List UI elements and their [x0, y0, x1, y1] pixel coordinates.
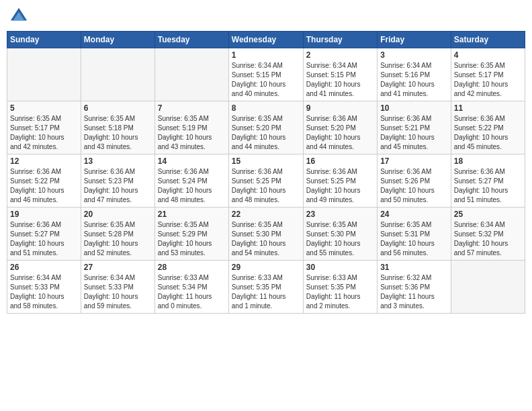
- calendar-week-row: 5Sunrise: 6:35 AM Sunset: 5:17 PM Daylig…: [7, 101, 525, 154]
- day-number: 4: [454, 50, 522, 60]
- calendar-cell: [81, 48, 154, 101]
- day-info: Sunrise: 6:35 AM Sunset: 5:20 PM Dayligh…: [232, 114, 300, 152]
- day-number: 26: [10, 263, 78, 272]
- day-info: Sunrise: 6:34 AM Sunset: 5:15 PM Dayligh…: [306, 61, 374, 99]
- day-number: 5: [10, 103, 78, 113]
- day-info: Sunrise: 6:35 AM Sunset: 5:17 PM Dayligh…: [454, 61, 522, 99]
- calendar-cell: 12Sunrise: 6:36 AM Sunset: 5:22 PM Dayli…: [7, 154, 81, 208]
- day-number: 8: [232, 103, 300, 113]
- day-info: Sunrise: 6:36 AM Sunset: 5:21 PM Dayligh…: [380, 114, 448, 152]
- weekday-header: Tuesday: [154, 32, 228, 48]
- calendar-cell: 22Sunrise: 6:35 AM Sunset: 5:30 PM Dayli…: [228, 208, 303, 261]
- day-number: 3: [380, 50, 448, 60]
- calendar-cell: 20Sunrise: 6:35 AM Sunset: 5:28 PM Dayli…: [81, 208, 154, 261]
- calendar-cell: 25Sunrise: 6:34 AM Sunset: 5:32 PM Dayli…: [451, 208, 525, 261]
- calendar-cell: 7Sunrise: 6:35 AM Sunset: 5:19 PM Daylig…: [154, 101, 228, 154]
- calendar-cell: 19Sunrise: 6:36 AM Sunset: 5:27 PM Dayli…: [7, 208, 81, 261]
- day-number: 9: [306, 103, 374, 113]
- page-header: [7, 7, 525, 26]
- day-info: Sunrise: 6:34 AM Sunset: 5:15 PM Dayligh…: [232, 61, 300, 99]
- calendar-cell: [154, 48, 228, 101]
- calendar-cell: 2Sunrise: 6:34 AM Sunset: 5:15 PM Daylig…: [303, 48, 377, 101]
- day-info: Sunrise: 6:36 AM Sunset: 5:23 PM Dayligh…: [84, 167, 152, 205]
- calendar-cell: 9Sunrise: 6:36 AM Sunset: 5:20 PM Daylig…: [303, 101, 377, 154]
- day-info: Sunrise: 6:32 AM Sunset: 5:36 PM Dayligh…: [380, 273, 448, 311]
- weekday-header: Monday: [81, 32, 154, 48]
- calendar-cell: 14Sunrise: 6:36 AM Sunset: 5:24 PM Dayli…: [154, 154, 228, 208]
- weekday-header: Thursday: [303, 32, 377, 48]
- day-number: 27: [84, 263, 152, 272]
- day-info: Sunrise: 6:35 AM Sunset: 5:30 PM Dayligh…: [306, 220, 374, 258]
- calendar-week-row: 12Sunrise: 6:36 AM Sunset: 5:22 PM Dayli…: [7, 154, 525, 208]
- day-number: 2: [306, 50, 374, 60]
- day-number: 14: [158, 156, 226, 166]
- day-number: 15: [232, 156, 300, 166]
- calendar-cell: 17Sunrise: 6:36 AM Sunset: 5:26 PM Dayli…: [378, 154, 451, 208]
- day-number: 31: [380, 263, 448, 272]
- day-info: Sunrise: 6:35 AM Sunset: 5:30 PM Dayligh…: [232, 220, 300, 258]
- day-number: 30: [306, 263, 374, 272]
- day-number: 25: [454, 210, 522, 219]
- calendar-cell: 16Sunrise: 6:36 AM Sunset: 5:25 PM Dayli…: [303, 154, 377, 208]
- day-info: Sunrise: 6:35 AM Sunset: 5:18 PM Dayligh…: [84, 114, 152, 152]
- calendar-cell: 11Sunrise: 6:36 AM Sunset: 5:22 PM Dayli…: [451, 101, 525, 154]
- day-info: Sunrise: 6:33 AM Sunset: 5:35 PM Dayligh…: [306, 273, 374, 311]
- day-info: Sunrise: 6:36 AM Sunset: 5:26 PM Dayligh…: [380, 167, 448, 205]
- calendar-cell: 30Sunrise: 6:33 AM Sunset: 5:35 PM Dayli…: [303, 261, 377, 314]
- calendar-cell: 8Sunrise: 6:35 AM Sunset: 5:20 PM Daylig…: [228, 101, 303, 154]
- day-info: Sunrise: 6:35 AM Sunset: 5:28 PM Dayligh…: [84, 220, 152, 258]
- day-info: Sunrise: 6:36 AM Sunset: 5:25 PM Dayligh…: [232, 167, 300, 205]
- calendar-cell: [451, 261, 525, 314]
- day-number: 7: [158, 103, 226, 113]
- calendar-cell: 13Sunrise: 6:36 AM Sunset: 5:23 PM Dayli…: [81, 154, 154, 208]
- day-number: 21: [158, 210, 226, 219]
- day-number: 10: [380, 103, 448, 113]
- calendar-cell: 29Sunrise: 6:33 AM Sunset: 5:35 PM Dayli…: [228, 261, 303, 314]
- calendar-cell: 31Sunrise: 6:32 AM Sunset: 5:36 PM Dayli…: [378, 261, 451, 314]
- day-number: 13: [84, 156, 152, 166]
- day-info: Sunrise: 6:36 AM Sunset: 5:24 PM Dayligh…: [158, 167, 226, 205]
- day-number: 17: [380, 156, 448, 166]
- day-info: Sunrise: 6:34 AM Sunset: 5:32 PM Dayligh…: [454, 220, 522, 258]
- calendar-cell: 21Sunrise: 6:35 AM Sunset: 5:29 PM Dayli…: [154, 208, 228, 261]
- day-info: Sunrise: 6:34 AM Sunset: 5:33 PM Dayligh…: [84, 273, 152, 311]
- calendar-cell: 26Sunrise: 6:34 AM Sunset: 5:33 PM Dayli…: [7, 261, 81, 314]
- calendar-week-row: 26Sunrise: 6:34 AM Sunset: 5:33 PM Dayli…: [7, 261, 525, 314]
- day-number: 28: [158, 263, 226, 272]
- calendar-cell: 10Sunrise: 6:36 AM Sunset: 5:21 PM Dayli…: [378, 101, 451, 154]
- logo-icon: [9, 7, 28, 26]
- day-info: Sunrise: 6:33 AM Sunset: 5:35 PM Dayligh…: [232, 273, 300, 311]
- day-info: Sunrise: 6:36 AM Sunset: 5:25 PM Dayligh…: [306, 167, 374, 205]
- day-info: Sunrise: 6:35 AM Sunset: 5:19 PM Dayligh…: [158, 114, 226, 152]
- calendar-cell: 5Sunrise: 6:35 AM Sunset: 5:17 PM Daylig…: [7, 101, 81, 154]
- day-info: Sunrise: 6:34 AM Sunset: 5:33 PM Dayligh…: [10, 273, 78, 311]
- calendar-cell: 3Sunrise: 6:34 AM Sunset: 5:16 PM Daylig…: [378, 48, 451, 101]
- day-info: Sunrise: 6:36 AM Sunset: 5:22 PM Dayligh…: [10, 167, 78, 205]
- calendar-cell: 27Sunrise: 6:34 AM Sunset: 5:33 PM Dayli…: [81, 261, 154, 314]
- day-info: Sunrise: 6:35 AM Sunset: 5:29 PM Dayligh…: [158, 220, 226, 258]
- calendar-week-row: 19Sunrise: 6:36 AM Sunset: 5:27 PM Dayli…: [7, 208, 525, 261]
- logo: [9, 7, 31, 26]
- day-number: 1: [232, 50, 300, 60]
- weekday-header: Saturday: [451, 32, 525, 48]
- day-number: 11: [454, 103, 522, 113]
- day-number: 23: [306, 210, 374, 219]
- day-info: Sunrise: 6:33 AM Sunset: 5:34 PM Dayligh…: [158, 273, 226, 311]
- day-number: 16: [306, 156, 374, 166]
- day-number: 29: [232, 263, 300, 272]
- weekday-header: Wednesday: [228, 32, 303, 48]
- calendar-cell: 28Sunrise: 6:33 AM Sunset: 5:34 PM Dayli…: [154, 261, 228, 314]
- day-number: 24: [380, 210, 448, 219]
- day-number: 18: [454, 156, 522, 166]
- day-info: Sunrise: 6:36 AM Sunset: 5:27 PM Dayligh…: [10, 220, 78, 258]
- day-info: Sunrise: 6:35 AM Sunset: 5:17 PM Dayligh…: [10, 114, 78, 152]
- calendar-header-row: SundayMondayTuesdayWednesdayThursdayFrid…: [7, 32, 525, 48]
- day-number: 22: [232, 210, 300, 219]
- calendar-cell: 23Sunrise: 6:35 AM Sunset: 5:30 PM Dayli…: [303, 208, 377, 261]
- weekday-header: Sunday: [7, 32, 81, 48]
- calendar-cell: [7, 48, 81, 101]
- calendar-table: SundayMondayTuesdayWednesdayThursdayFrid…: [7, 31, 525, 314]
- day-number: 19: [10, 210, 78, 219]
- day-info: Sunrise: 6:34 AM Sunset: 5:16 PM Dayligh…: [380, 61, 448, 99]
- day-info: Sunrise: 6:35 AM Sunset: 5:31 PM Dayligh…: [380, 220, 448, 258]
